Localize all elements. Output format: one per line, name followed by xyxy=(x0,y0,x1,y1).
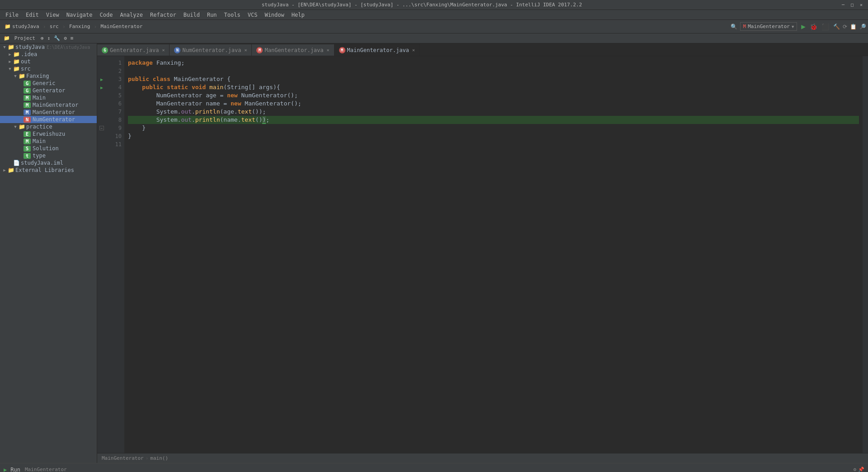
tree-main1[interactable]: ▶ M Main xyxy=(0,94,97,101)
tabs-btn1[interactable]: ⊕ xyxy=(39,35,46,41)
breadcrumb: MainGenterator › main() xyxy=(97,453,868,463)
tabs-btn5[interactable]: ≡ xyxy=(69,35,75,41)
line-num-8: 8 xyxy=(106,116,122,124)
run-panel: ▶ Run MainGenterator ⚙ 📌 ▶ ↺ ⏸ ⏹ ≡ ⏎ ↓ 🗑… xyxy=(0,463,868,472)
gutter-run-4[interactable]: ▶ xyxy=(97,83,106,91)
code-line-8: System.out.println(name.text()); xyxy=(128,116,859,124)
menu-file[interactable]: File xyxy=(2,10,22,19)
tree-idea[interactable]: ▶ 📁 .idea xyxy=(0,51,97,58)
menu-window[interactable]: Window xyxy=(261,10,288,19)
toolbar-src[interactable]: src xyxy=(47,23,61,30)
gutter-8 xyxy=(97,116,106,124)
minimize-button[interactable]: ─ xyxy=(840,2,846,8)
tree-iml[interactable]: ▶ 📄 studyJava.iml xyxy=(0,159,97,167)
menu-analyze[interactable]: Analyze xyxy=(116,10,146,19)
tree-practice[interactable]: ▼ 📁 practice xyxy=(0,123,97,130)
toolbar-icon1[interactable]: ⟳ xyxy=(843,24,847,30)
run-panel-config-label: MainGenterator xyxy=(25,467,67,472)
close-button[interactable]: ✕ xyxy=(858,2,864,8)
tab-close-mangenterator[interactable]: ✕ xyxy=(327,48,330,52)
tab-icon-maingenterator: M xyxy=(339,47,345,53)
tabs-btn4[interactable]: ⚙ xyxy=(62,35,69,41)
run-button[interactable]: ▶ xyxy=(800,22,807,31)
gutter-6 xyxy=(97,100,106,108)
menu-navigate[interactable]: Navigate xyxy=(63,10,96,19)
gutter-10 xyxy=(97,132,106,140)
project-tree: ▼ 📁 studyJava E:\DEA\studyJava ▶ 📁 .idea… xyxy=(0,43,97,463)
run-settings-button[interactable]: ⚙ xyxy=(853,467,856,472)
code-area[interactable]: package Fanxing; public class MainGenter… xyxy=(124,56,863,453)
breadcrumb-sep: › xyxy=(146,455,149,461)
run-config-selector[interactable]: M MainGenterator ▼ xyxy=(740,22,797,31)
toolbar-icon-search[interactable]: 🔍 xyxy=(731,24,737,30)
tree-main2[interactable]: ▶ M Main xyxy=(0,138,97,145)
tree-root[interactable]: ▼ 📁 studyJava E:\DEA\studyJava xyxy=(0,43,97,51)
menu-run[interactable]: Run xyxy=(203,10,221,19)
run-panel-icon: ▶ xyxy=(4,467,7,472)
right-gutter xyxy=(863,56,868,453)
tree-generic[interactable]: ▶ G Generic xyxy=(0,80,97,87)
code-line-11 xyxy=(128,140,859,148)
toolbar-maingenterator[interactable]: MainGenterator xyxy=(98,23,146,30)
menu-edit[interactable]: Edit xyxy=(22,10,42,19)
tab-close-genterator[interactable]: ✕ xyxy=(162,48,165,52)
breadcrumb-item-2[interactable]: main() xyxy=(150,455,168,461)
project-panel: ▼ 📁 studyJava E:\DEA\studyJava ▶ 📁 .idea… xyxy=(0,43,97,463)
tabs-btn3[interactable]: 🔧 xyxy=(52,35,62,41)
tree-type[interactable]: ▶ t type xyxy=(0,152,97,159)
tree-erweishuzu[interactable]: ▶ E Erweishuzu xyxy=(0,130,97,138)
project-icon: 📁 xyxy=(4,35,10,41)
menu-refactor[interactable]: Refactor xyxy=(146,10,180,19)
tree-maingenterator[interactable]: ▶ M MainGenterator xyxy=(0,101,97,109)
menu-vcs[interactable]: VCS xyxy=(244,10,261,19)
maximize-button[interactable]: □ xyxy=(849,2,855,8)
debug-button[interactable]: 🐞 xyxy=(810,23,817,30)
tree-out[interactable]: ▶ 📁 out xyxy=(0,58,97,65)
tree-genterator[interactable]: ▶ G Genterator xyxy=(0,87,97,94)
tree-src[interactable]: ▼ 📁 src xyxy=(0,65,97,72)
menu-code[interactable]: Code xyxy=(96,10,117,19)
menu-build[interactable]: Build xyxy=(180,10,203,19)
code-line-2 xyxy=(128,67,859,75)
toolbar-search2[interactable]: 🔎 xyxy=(859,24,866,30)
tree-numgenterator[interactable]: ▶ N NumGenterator xyxy=(0,116,97,123)
stop-button[interactable]: ⬛ xyxy=(820,23,830,30)
menu-help[interactable]: Help xyxy=(288,10,308,19)
tree-external-libs[interactable]: ▶ 📁 External Libraries xyxy=(0,167,97,174)
line-num-11: 11 xyxy=(106,140,122,148)
tab-mangenterator[interactable]: M ManGenterator.java ✕ xyxy=(252,44,334,56)
tab-label-genterator: Genterator.java xyxy=(110,47,159,53)
code-line-10: } xyxy=(128,132,859,140)
run-config-icon: M xyxy=(743,24,746,29)
tree-mangenterator[interactable]: ▶ M ManGenterator xyxy=(0,109,97,116)
tab-maingenterator[interactable]: M MainGenterator.java ✕ xyxy=(335,44,420,56)
tab-close-maingenterator[interactable]: ✕ xyxy=(412,48,415,52)
tab-icon-numgenterator: N xyxy=(174,47,180,53)
tab-numgenterator[interactable]: N NumGenterator.java ✕ xyxy=(170,44,252,56)
tabs-bar: 📁 Project ⊕ ↕ 🔧 ⚙ ≡ xyxy=(0,33,868,43)
breadcrumb-item-1[interactable]: MainGenterator xyxy=(102,455,144,461)
run-pin-button[interactable]: 📌 xyxy=(858,467,864,472)
fold-9[interactable]: − xyxy=(99,126,104,130)
tab-close-numgenterator[interactable]: ✕ xyxy=(244,48,247,52)
menu-tools[interactable]: Tools xyxy=(221,10,244,19)
toolbar-icon2[interactable]: 📋 xyxy=(850,24,857,30)
code-line-5: NumGenterator age = new NumGenterator(); xyxy=(128,91,859,100)
menu-view[interactable]: View xyxy=(42,10,63,19)
tabs-btn2[interactable]: ↕ xyxy=(46,35,52,41)
gutter-1 xyxy=(97,59,106,67)
path-sep2: › xyxy=(62,24,66,30)
menu-bar: File Edit View Navigate Code Analyze Ref… xyxy=(0,10,868,20)
tree-solution[interactable]: ▶ S Solution xyxy=(0,145,97,152)
tree-fanxing[interactable]: ▼ 📁 Fanxing xyxy=(0,72,97,80)
toolbar-studyjava[interactable]: 📁 studyJava xyxy=(2,23,42,30)
toolbar-fanxing[interactable]: Fanxing xyxy=(66,23,93,30)
project-tab-button[interactable]: 📁 Project xyxy=(2,35,37,41)
run-panel-header: ▶ Run MainGenterator ⚙ 📌 xyxy=(0,463,868,472)
build-button[interactable]: 🔨 xyxy=(833,24,840,30)
run-panel-tab-label[interactable]: Run xyxy=(10,467,20,472)
code-line-6: ManGenterator name = new ManGenterator()… xyxy=(128,100,859,108)
gutter-run-3[interactable]: ▶ xyxy=(97,75,106,83)
title-bar: studyJava - [EN\DEA\studyJava] - [studyJ… xyxy=(0,0,868,10)
tab-genterator[interactable]: G Genterator.java ✕ xyxy=(97,44,170,56)
